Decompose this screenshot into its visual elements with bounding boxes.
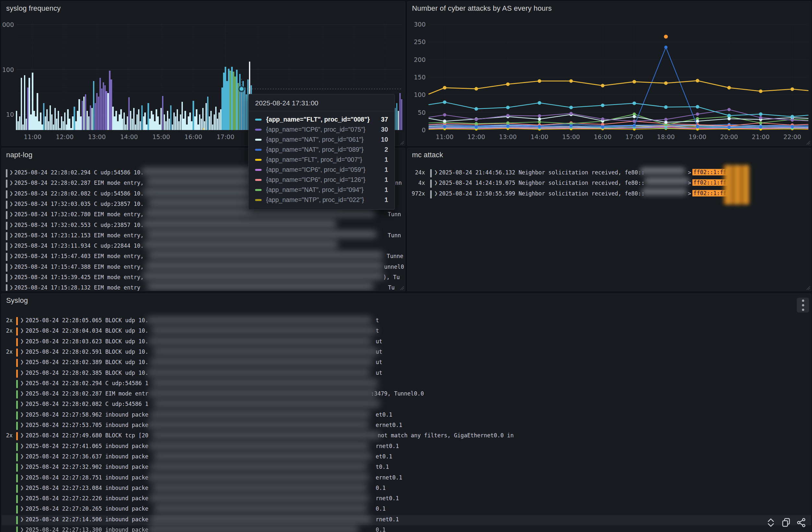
series-point — [696, 79, 699, 82]
chevron-right-icon[interactable]: ❯ — [20, 328, 24, 333]
bar — [175, 116, 176, 130]
log-row[interactable]: ❯2025-08-24 22:27:14.506 inbound packern… — [2, 515, 811, 525]
footer-toolbar — [765, 517, 807, 528]
log-row[interactable]: ❯2025-08-24 22:28:03.623 BLOCK udp 10.ut — [2, 337, 811, 347]
chevron-right-icon[interactable]: ❯ — [20, 422, 24, 427]
bar — [90, 105, 91, 130]
log-row[interactable]: 24x❯2025-08-24 21:44:56.132 Neighbor sol… — [407, 168, 811, 178]
chevron-right-icon[interactable]: ❯ — [10, 243, 13, 248]
chevron-right-icon[interactable]: ❯ — [20, 485, 24, 490]
unfold-icon[interactable] — [765, 517, 776, 528]
chevron-right-icon[interactable]: ❯ — [20, 432, 24, 438]
log-row[interactable]: 2x❯2025-08-24 22:28:04.034 BLOCK udp 10.… — [2, 327, 811, 336]
log-count: 24x — [409, 169, 425, 176]
series-point — [759, 121, 763, 125]
chevron-right-icon[interactable]: ❯ — [434, 180, 438, 185]
log-row[interactable]: 972x❯2025-08-24 12:50:55.599 Neighbor so… — [407, 189, 811, 199]
chevron-right-icon[interactable]: ❯ — [20, 380, 24, 386]
chevron-right-icon[interactable]: ❯ — [10, 170, 13, 175]
x-axis-label: 21:00 — [752, 133, 770, 140]
log-message-tail: not match any filters, GigaEthernet0.0 i… — [378, 432, 514, 438]
chevron-right-icon[interactable]: ❯ — [20, 401, 24, 406]
log-row[interactable]: ❯2025-08-24 22:27:20.265 inbound packe0.… — [2, 504, 811, 515]
chevron-right-icon[interactable]: ❯ — [20, 527, 24, 532]
bar — [80, 116, 81, 130]
panel-title-napt-log[interactable]: napt-log — [6, 151, 32, 159]
chevron-right-icon[interactable]: ❯ — [20, 464, 24, 469]
log-level-bar — [6, 201, 8, 209]
copy-icon[interactable] — [781, 517, 792, 528]
log-row[interactable]: ❯2025-08-24 22:27:32.902 inbound packet0… — [2, 463, 811, 473]
panel-title-mc-attack[interactable]: mc attack — [412, 151, 443, 159]
log-message-tail: Tu — [388, 284, 394, 291]
log-row[interactable]: 2x❯2025-08-24 22:28:02.591 BLOCK udp 10.… — [2, 347, 811, 358]
chevron-right-icon[interactable]: ❯ — [10, 222, 13, 227]
log-message: 2025-08-24 22:28:02.287 EIM mode entry, — [14, 179, 144, 186]
y-axis-label: 10 — [6, 111, 14, 118]
log-row[interactable]: ❯2025-08-24 22:28:02.082 C udp:54586 1 — [2, 400, 811, 410]
log-row[interactable]: ❯2025-08-24 22:27:58.962 inbound packeet… — [2, 411, 811, 420]
chevron-right-icon[interactable]: ❯ — [10, 191, 13, 196]
series-point — [633, 101, 636, 105]
chevron-right-icon[interactable]: ❯ — [20, 391, 24, 396]
highlighted-match: ff02::1:ff — [692, 169, 727, 175]
log-row[interactable]: ❯2025-08-24 22:27:22.226 inbound packern… — [2, 494, 811, 504]
chevron-right-icon[interactable]: ❯ — [20, 349, 24, 354]
chevron-right-icon[interactable]: ❯ — [20, 506, 24, 511]
chevron-right-icon[interactable]: ❯ — [10, 232, 13, 238]
log-row[interactable]: 4x❯2025-08-24 14:24:19.075 Neighbor soli… — [407, 178, 811, 189]
resize-handle-icon[interactable] — [805, 285, 810, 290]
chevron-right-icon[interactable]: ❯ — [10, 285, 13, 290]
chevron-right-icon[interactable]: ❯ — [20, 443, 24, 448]
chevron-right-icon[interactable]: ❯ — [20, 370, 24, 375]
resize-handle-icon[interactable] — [399, 140, 404, 145]
log-row[interactable]: ❯2025-08-24 22:27:13.300 inbound packe0.… — [2, 526, 811, 532]
chevron-right-icon[interactable]: ❯ — [434, 170, 438, 175]
chevron-right-icon[interactable]: ❯ — [20, 339, 24, 344]
chevron-right-icon[interactable]: ❯ — [10, 264, 13, 269]
bar — [111, 80, 112, 130]
panel-title-syslog[interactable]: Syslog — [6, 296, 28, 305]
tooltip-series-row: {app_name="NAT", proc_id="089"}2 — [249, 145, 394, 155]
chevron-right-icon[interactable]: ❯ — [20, 359, 24, 364]
chevron-right-icon[interactable]: ❯ — [10, 201, 13, 206]
log-row[interactable]: ❯2025-08-24 22:27:41.065 inbound packern… — [2, 442, 811, 452]
log-row[interactable]: ❯2025-08-24 22:28:02.294 C udp:54586 1 — [2, 379, 811, 389]
log-row[interactable]: ❯2025-08-24 22:27:28.751 inbound packeer… — [2, 473, 811, 483]
log-row[interactable]: ❯2025-08-24 22:27:36.637 inbound packeet… — [2, 452, 811, 462]
log-level-bar — [16, 328, 18, 335]
log-row[interactable]: ❯2025-08-24 22:28:02.287 EIM mode entr:3… — [2, 389, 811, 399]
chevron-right-icon[interactable]: ❯ — [20, 495, 24, 501]
log-row[interactable]: 2x❯2025-08-24 22:27:49.680 BLOCK tcp [20… — [2, 431, 811, 441]
tooltip-series-value: 1 — [385, 176, 388, 184]
log-message: 2025-08-24 22:28:02.385 BLOCK udp 10. — [26, 370, 148, 376]
chevron-right-icon[interactable]: ❯ — [10, 211, 13, 217]
log-level-bar — [16, 443, 18, 451]
chevron-right-icon[interactable]: ❯ — [10, 180, 13, 185]
log-row[interactable]: ❯2025-08-24 22:28:02.389 BLOCK udp 10.ut — [2, 358, 811, 368]
series-point — [506, 82, 510, 86]
chevron-right-icon[interactable]: ❯ — [20, 317, 24, 322]
attacks-chart[interactable]: 05010015020025030011:0012:0013:0014:0015… — [407, 2, 811, 146]
log-message: 2025-08-24 21:44:56.132 Neighbor solicit… — [439, 169, 645, 176]
chevron-right-icon[interactable]: ❯ — [20, 412, 24, 417]
log-row[interactable]: 2x❯2025-08-24 22:28:05.065 BLOCK udp 10.… — [2, 316, 811, 326]
log-count: 972x — [409, 190, 425, 197]
chevron-right-icon[interactable]: ❯ — [20, 475, 24, 480]
log-row[interactable]: ❯2025-08-24 22:27:23.084 inbound packe0.… — [2, 484, 811, 494]
log-row[interactable]: ❯2025-08-24 22:28:02.385 BLOCK udp 10.ut — [2, 369, 811, 379]
series-point — [538, 101, 541, 105]
chevron-right-icon[interactable]: ❯ — [10, 253, 13, 258]
log-message: 2025-08-24 22:28:02.082 C udp:54586 1 — [26, 401, 148, 407]
bar — [205, 103, 207, 130]
share-icon[interactable] — [796, 517, 807, 528]
panel-menu-kebab-icon[interactable] — [797, 298, 809, 313]
resize-handle-icon[interactable] — [805, 140, 810, 145]
chevron-right-icon[interactable]: ❯ — [10, 274, 13, 279]
blur-stripe — [150, 359, 374, 366]
chevron-right-icon[interactable]: ❯ — [20, 454, 24, 459]
chevron-right-icon[interactable]: ❯ — [20, 516, 24, 522]
resize-handle-icon[interactable] — [399, 285, 404, 290]
chevron-right-icon[interactable]: ❯ — [434, 191, 438, 196]
log-row[interactable]: ❯2025-08-24 22:27:53.705 inbound packeer… — [2, 421, 811, 431]
